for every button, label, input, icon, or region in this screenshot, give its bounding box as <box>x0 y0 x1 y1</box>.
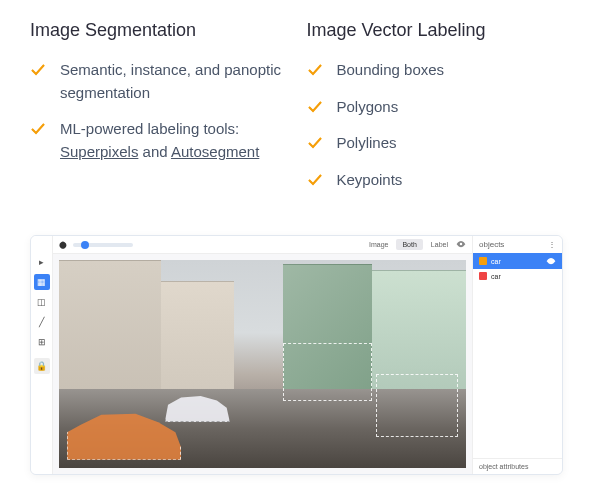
feature-item: Keypoints <box>307 169 564 192</box>
editor-main-panel: ⬤ Image Both Label <box>53 236 472 474</box>
editor-canvas[interactable] <box>53 254 472 474</box>
feature-item: ML-powered labeling tools: Superpixels a… <box>30 118 287 163</box>
lock-tool[interactable]: 🔒 <box>34 358 50 374</box>
feature-text: Keypoints <box>337 169 403 192</box>
feature-text: Polygons <box>337 96 399 119</box>
line-tool[interactable]: ╱ <box>34 314 50 330</box>
feature-item: Polylines <box>307 132 564 155</box>
building <box>161 281 234 402</box>
vector-column: Image Vector Labeling Bounding boxes Pol… <box>307 20 564 205</box>
editor-left-toolbar: ▸ ▦ ◫ ╱ ⊞ 🔒 <box>31 236 53 474</box>
segmentation-feature-list: Semantic, instance, and panoptic segment… <box>30 59 287 163</box>
vector-title: Image Vector Labeling <box>307 20 564 41</box>
feature-item: Bounding boxes <box>307 59 564 82</box>
object-color-swatch <box>479 272 487 280</box>
feature-text: ML-powered labeling tools: Superpixels a… <box>60 118 287 163</box>
visibility-icon[interactable] <box>546 256 556 266</box>
selection-outline <box>376 374 457 436</box>
check-icon <box>307 62 323 78</box>
building <box>59 260 161 401</box>
objects-panel: objects ⋮ car car object attributes <box>472 236 562 474</box>
street-image <box>59 260 466 468</box>
objects-panel-header: objects ⋮ <box>473 236 562 253</box>
segmentation-title: Image Segmentation <box>30 20 287 41</box>
feature-text: Polylines <box>337 132 397 155</box>
superpixels-link[interactable]: Superpixels <box>60 143 138 160</box>
editor-screenshot: ▸ ▦ ◫ ╱ ⊞ 🔒 ⬤ Image Both Label <box>30 235 563 475</box>
editor-top-bar: ⬤ Image Both Label <box>53 236 472 254</box>
selection-outline <box>283 343 373 401</box>
menu-icon[interactable]: ⋮ <box>548 240 556 249</box>
object-row[interactable]: car <box>473 269 562 283</box>
feature-text: Bounding boxes <box>337 59 445 82</box>
crop-tool[interactable]: ◫ <box>34 294 50 310</box>
pointer-tool[interactable]: ▸ <box>34 254 50 270</box>
check-icon <box>307 172 323 188</box>
check-icon <box>307 99 323 115</box>
object-label: car <box>491 273 501 280</box>
brush-icon: ⬤ <box>59 241 67 249</box>
eye-icon[interactable] <box>456 239 466 249</box>
object-label: car <box>491 258 501 265</box>
tab-image[interactable]: Image <box>363 239 394 250</box>
tab-label[interactable]: Label <box>425 239 454 250</box>
object-row[interactable]: car <box>473 253 562 269</box>
segmentation-column: Image Segmentation Semantic, instance, a… <box>30 20 287 205</box>
check-icon <box>30 62 46 78</box>
feature-text: Semantic, instance, and panoptic segment… <box>60 59 287 104</box>
vector-feature-list: Bounding boxes Polygons Polylines <box>307 59 564 191</box>
check-icon <box>30 121 46 137</box>
feature-item: Semantic, instance, and panoptic segment… <box>30 59 287 104</box>
feature-item: Polygons <box>307 96 564 119</box>
tab-both[interactable]: Both <box>396 239 422 250</box>
opacity-slider[interactable] <box>73 243 133 247</box>
object-attributes-label: object attributes <box>473 458 562 474</box>
grid-tool[interactable]: ⊞ <box>34 334 50 350</box>
object-color-swatch <box>479 257 487 265</box>
rectangle-tool[interactable]: ▦ <box>34 274 50 290</box>
check-icon <box>307 135 323 151</box>
autosegment-link[interactable]: Autosegment <box>171 143 259 160</box>
